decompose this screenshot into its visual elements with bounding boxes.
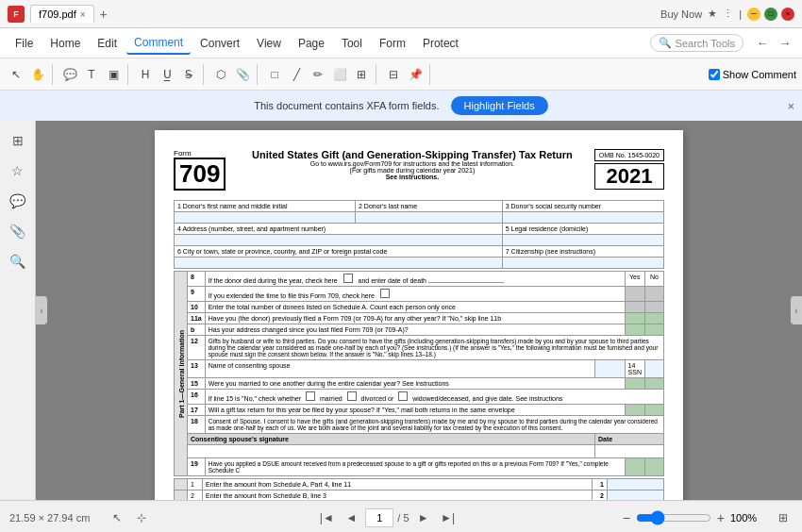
hand-tool-btn[interactable]: ✋ — [27, 64, 48, 85]
field-3-label: 3 Donor's social security number — [502, 201, 663, 212]
table-row: b Has your address changed since you las… — [175, 324, 664, 336]
menu-file[interactable]: File — [8, 33, 41, 54]
sidebar-attachments-icon[interactable]: 📎 — [6, 219, 30, 243]
menu-home[interactable]: Home — [42, 33, 88, 54]
highlight-btn[interactable]: H — [135, 64, 156, 85]
consenting-date-label: Date — [595, 434, 664, 445]
erase-btn[interactable]: ⬜ — [329, 64, 350, 85]
last-page-btn[interactable]: ►| — [438, 507, 459, 528]
table-row: 19 Have you applied a DSUE amount receiv… — [175, 458, 664, 476]
buy-now-link[interactable]: Buy Now — [660, 8, 702, 20]
search-tools[interactable]: 🔍 Search Tools — [650, 34, 744, 52]
pin-btn[interactable]: 📌 — [405, 64, 426, 85]
row-9-text: If you extended the time to file this Fo… — [205, 287, 625, 302]
right-expand-tab[interactable]: ‹ — [791, 296, 802, 324]
row-11b-yes — [625, 324, 644, 336]
prev-page-btn[interactable]: ◄ — [341, 507, 361, 528]
back-icon[interactable]: ← — [753, 34, 772, 53]
row-11a-yes — [625, 313, 644, 324]
zoom-value: 100% — [730, 512, 768, 524]
table-row: 4 Address (number, street, and apartment… — [175, 224, 664, 235]
shapes-btn[interactable]: □ — [264, 64, 285, 85]
tab-close-btn[interactable]: × — [80, 9, 86, 20]
menu-convert[interactable]: Convert — [192, 33, 247, 54]
zoom-out-btn[interactable]: − — [623, 510, 630, 525]
highlight-fields-btn[interactable]: Highlight Fields — [451, 96, 548, 115]
add-tab-btn[interactable]: + — [100, 7, 108, 22]
xfa-message: This document contains XFA form fields. — [254, 100, 439, 111]
cursor-mode-btn[interactable]: ↖ — [107, 507, 127, 528]
sticky-note-btn[interactable]: 💬 — [59, 64, 80, 85]
menu-view[interactable]: View — [249, 33, 289, 54]
pencil-btn[interactable]: ✏ — [308, 64, 328, 85]
zoom-in-btn[interactable]: + — [717, 510, 725, 525]
title-bar-left: F f709.pdf × + — [8, 5, 655, 23]
minimize-btn[interactable]: ─ — [747, 8, 760, 21]
menu-form[interactable]: Form — [372, 33, 413, 54]
nav-icons: ← → — [753, 34, 794, 53]
field-6-label: 6 City or town, state or province, count… — [175, 246, 503, 258]
stamp-btn[interactable]: ⬡ — [210, 64, 231, 85]
part1-table: Part 1—General Information 8 If the dono… — [174, 271, 664, 476]
pdf-container[interactable]: Form 709 United States Gift (and Generat… — [36, 121, 802, 500]
fit-page-btn[interactable]: ⊞ — [774, 508, 793, 527]
form-subtitle2: (For gifts made during calendar year 202… — [240, 167, 585, 174]
row-16-num: 16 — [188, 390, 206, 405]
menu-page[interactable]: Page — [291, 33, 332, 54]
row-11a-text: Have you (the donor) previously filed a … — [205, 313, 625, 324]
show-comment-checkbox[interactable] — [709, 69, 720, 80]
forward-icon[interactable]: → — [776, 34, 794, 53]
table-row: 9 If you extended the time to file this … — [175, 287, 664, 302]
measure-btn[interactable]: ⊞ — [351, 64, 372, 85]
table-row: 6 City or town, state or province, count… — [175, 246, 664, 258]
zoom-slider[interactable] — [636, 510, 711, 525]
attach-btn[interactable]: 📎 — [232, 64, 253, 85]
menu-protect[interactable]: Protect — [415, 33, 466, 54]
close-btn[interactable]: × — [781, 8, 794, 21]
sub-1-input — [608, 479, 664, 490]
callout-btn[interactable]: ▣ — [103, 64, 124, 85]
cursor-tool-btn[interactable]: ↖ — [6, 64, 26, 85]
toolbar: ↖ ✋ 💬 T ▣ H U̲ S̶ ⬡ 📎 □ ╱ ✏ ⬜ ⊞ ⊟ 📌 Show… — [0, 58, 802, 91]
area-btn[interactable]: ⊟ — [383, 64, 404, 85]
row-9-num: 9 — [188, 287, 206, 302]
sub-1-right: 1 — [593, 479, 608, 490]
tax-year: 2021 — [594, 163, 664, 190]
table-row — [175, 212, 664, 224]
sidebar-bookmarks-icon[interactable]: ☆ — [6, 158, 30, 183]
left-expand-tab[interactable]: › — [36, 296, 47, 324]
field-2-label: 2 Donor's last name — [356, 201, 503, 212]
table-row — [175, 258, 664, 269]
menu-edit[interactable]: Edit — [90, 33, 125, 54]
row-11b-no — [645, 324, 664, 336]
row-10-no — [645, 302, 664, 313]
row-19-yes — [625, 458, 644, 476]
next-page-btn[interactable]: ► — [413, 507, 434, 528]
xfa-close-btn[interactable]: × — [787, 99, 794, 113]
form-subtitle3: See instructions. — [240, 174, 585, 180]
sidebar-comments-icon[interactable]: 💬 — [6, 189, 30, 213]
sub-side — [175, 479, 188, 490]
menu-tool[interactable]: Tool — [334, 33, 370, 54]
text-comment-btn[interactable]: T — [81, 64, 102, 85]
first-page-btn[interactable]: |◄ — [316, 507, 337, 528]
line-btn[interactable]: ╱ — [286, 64, 307, 85]
sidebar-search-icon[interactable]: 🔍 — [6, 249, 30, 274]
show-comment-checkbox-group: Show Comment — [709, 69, 796, 80]
row-15-yes — [625, 378, 644, 390]
strikeout-btn[interactable]: S̶ — [178, 64, 199, 85]
row-17-no — [645, 405, 664, 416]
row-12-num: 12 — [188, 336, 206, 360]
underline-btn[interactable]: U̲ — [157, 64, 177, 85]
maximize-btn[interactable]: □ — [764, 8, 777, 21]
file-tab[interactable]: f709.pdf × — [30, 5, 94, 23]
select-mode-btn[interactable]: ⊹ — [131, 507, 152, 528]
row-8-num: 8 — [188, 272, 206, 287]
form-subtitle1: Go to www.irs.gov/Form709 for instructio… — [240, 160, 585, 167]
row-15-no — [645, 378, 664, 390]
menu-comment[interactable]: Comment — [126, 32, 191, 55]
row-11b-num: b — [188, 324, 206, 336]
dots-icon: ⋮ — [723, 8, 733, 20]
page-input[interactable] — [365, 508, 393, 527]
sidebar-pages-icon[interactable]: ⊞ — [6, 128, 30, 153]
